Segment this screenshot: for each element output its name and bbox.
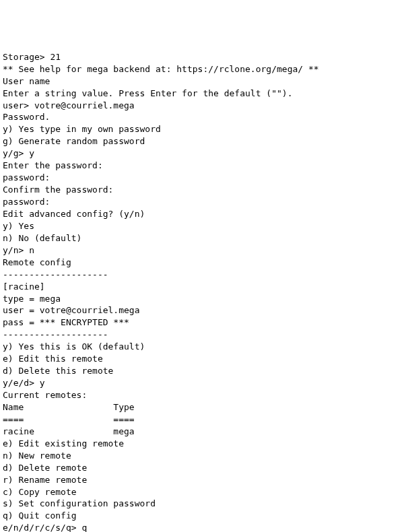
terminal-line: password: <box>3 196 405 208</box>
terminal-line: y/n> n <box>3 244 405 257</box>
terminal-line: Edit advanced config? (y/n) <box>3 208 405 220</box>
terminal-line: Remote config <box>3 257 405 269</box>
terminal-line: pass = *** ENCRYPTED *** <box>3 317 405 329</box>
terminal-line: ** See help for mega backend at: https:/… <box>3 63 405 75</box>
terminal-output[interactable]: Storage> 21** See help for mega backend … <box>3 51 405 532</box>
terminal-line: Password. <box>3 111 405 123</box>
terminal-line: Storage> 21 <box>3 51 405 63</box>
terminal-line: racine mega <box>3 426 405 438</box>
terminal-line: Name Type <box>3 401 405 413</box>
terminal-line: n) New remote <box>3 450 405 462</box>
terminal-line: y/g> y <box>3 147 405 160</box>
terminal-line: s) Set configuration password <box>3 498 405 510</box>
terminal-line: g) Generate random password <box>3 135 405 147</box>
terminal-line: c) Copy remote <box>3 486 405 498</box>
terminal-line: y/e/d> y <box>3 377 405 389</box>
terminal-line: type = mega <box>3 293 405 305</box>
terminal-line: user = votre@courriel.mega <box>3 304 405 317</box>
terminal-line: [racine] <box>3 281 405 293</box>
terminal-line: d) Delete this remote <box>3 365 405 377</box>
terminal-line: Confirm the password: <box>3 184 405 196</box>
terminal-line: e/n/d/r/c/s/q> q <box>3 522 405 532</box>
terminal-line: y) Yes type in my own password <box>3 123 405 135</box>
terminal-line: n) No (default) <box>3 232 405 244</box>
terminal-line: -------------------- <box>3 329 405 341</box>
terminal-line: ==== ==== <box>3 413 405 426</box>
terminal-line: User name <box>3 75 405 88</box>
terminal-line: e) Edit this remote <box>3 353 405 365</box>
terminal-line: password: <box>3 172 405 184</box>
terminal-line: e) Edit existing remote <box>3 438 405 450</box>
terminal-line: user> votre@courriel.mega <box>3 100 405 112</box>
terminal-line: y) Yes this is OK (default) <box>3 341 405 353</box>
terminal-line: Enter the password: <box>3 160 405 172</box>
terminal-line: q) Quit config <box>3 510 405 522</box>
terminal-line: r) Rename remote <box>3 474 405 486</box>
terminal-line: d) Delete remote <box>3 462 405 474</box>
terminal-line: -------------------- <box>3 269 405 281</box>
terminal-line: Enter a string value. Press Enter for th… <box>3 88 405 100</box>
terminal-line: Current remotes: <box>3 389 405 401</box>
terminal-line: y) Yes <box>3 220 405 232</box>
